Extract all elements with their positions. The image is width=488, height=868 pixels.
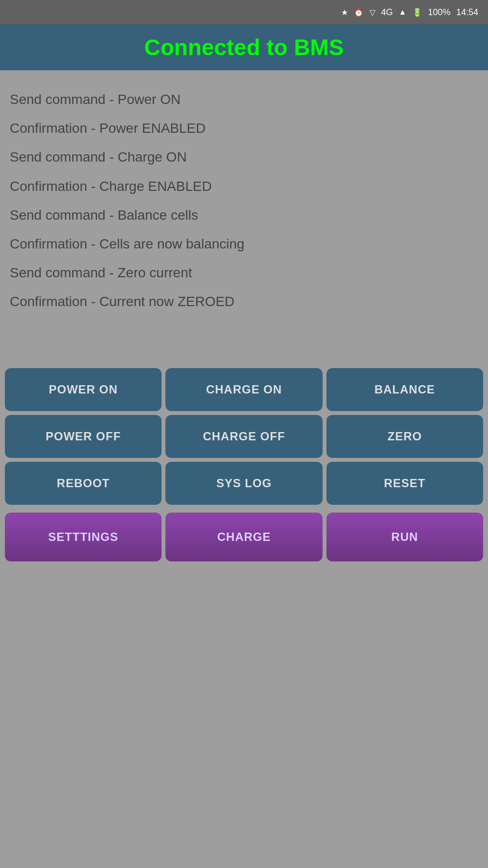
log-line-0: Send command - Power ON xyxy=(10,90,478,109)
power-off-button[interactable]: POWER OFF xyxy=(5,415,162,458)
bottom-nav: SETTTINGSCHARGERUN xyxy=(0,509,488,566)
charge-off-button[interactable]: CHARGE OFF xyxy=(165,415,322,458)
battery-icon: 🔋 xyxy=(412,8,422,17)
reset-button[interactable]: RESET xyxy=(326,462,483,505)
log-line-6: Send command - Zero current xyxy=(10,263,478,282)
charge-nav-button[interactable]: CHARGE xyxy=(165,513,322,561)
power-on-button[interactable]: POWER ON xyxy=(5,368,162,411)
network-label: 4G xyxy=(381,7,393,18)
clock: 14:54 xyxy=(456,7,478,18)
wifi-icon: ▽ xyxy=(369,8,375,17)
connection-status-title: Connected to BMS xyxy=(144,35,344,60)
status-bar: ★ ⏰ ▽ 4G ▲ 🔋 100% 14:54 xyxy=(0,0,488,24)
log-line-4: Send command - Balance cells xyxy=(10,206,478,225)
signal-icon: ▲ xyxy=(399,8,407,17)
settings-nav-button[interactable]: SETTTINGS xyxy=(5,513,162,561)
log-area: Send command - Power ONConfirmation - Po… xyxy=(0,70,488,363)
bluetooth-icon: ★ xyxy=(341,8,348,17)
button-row-1: POWER OFFCHARGE OFFZERO xyxy=(5,415,483,458)
button-grid: POWER ONCHARGE ONBALANCEPOWER OFFCHARGE … xyxy=(0,363,488,505)
charge-on-button[interactable]: CHARGE ON xyxy=(165,368,322,411)
reboot-button[interactable]: REBOOT xyxy=(5,462,162,505)
app-header: Connected to BMS xyxy=(0,24,488,70)
alarm-icon: ⏰ xyxy=(354,8,364,17)
zero-button[interactable]: ZERO xyxy=(326,415,483,458)
balance-button[interactable]: BALANCE xyxy=(326,368,483,411)
battery-level: 100% xyxy=(428,7,450,18)
button-row-0: POWER ONCHARGE ONBALANCE xyxy=(5,368,483,411)
log-line-1: Confirmation - Power ENABLED xyxy=(10,119,478,138)
run-nav-button[interactable]: RUN xyxy=(326,513,483,561)
log-line-2: Send command - Charge ON xyxy=(10,147,478,166)
log-line-3: Confirmation - Charge ENABLED xyxy=(10,177,478,196)
log-line-5: Confirmation - Cells are now balancing xyxy=(10,234,478,253)
log-line-7: Confirmation - Current now ZEROED xyxy=(10,292,478,311)
button-row-2: REBOOTSYS LOGRESET xyxy=(5,462,483,505)
syslog-button[interactable]: SYS LOG xyxy=(165,462,322,505)
